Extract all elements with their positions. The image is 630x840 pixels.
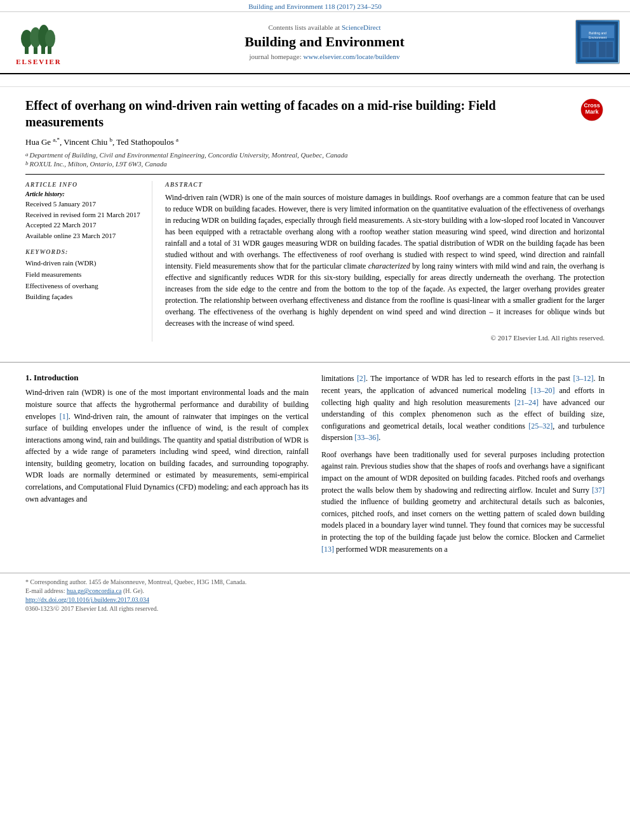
science-direct-link[interactable]: ScienceDirect bbox=[342, 23, 381, 31]
keyword-4: Building façades bbox=[25, 291, 143, 303]
intro-para-1: Wind-driven rain (WDR) is one of the mos… bbox=[25, 387, 309, 505]
author-chiu: Vincent Chiu b, bbox=[64, 137, 116, 147]
journal-main-title: Building and Environment bbox=[74, 34, 575, 50]
email-note: E-mail address: hua.ge@concordia.ca (H. … bbox=[25, 587, 605, 594]
journal-ref-bar: Building and Environment 118 (2017) 234–… bbox=[0, 0, 630, 12]
svg-text:Building and: Building and bbox=[589, 31, 607, 35]
intro-heading: 1. Introduction bbox=[25, 373, 309, 383]
available-date: Available online 23 March 2017 bbox=[25, 230, 143, 241]
copyright-line: © 2017 Elsevier Ltd. All rights reserved… bbox=[165, 334, 605, 342]
accepted-date: Accepted 22 March 2017 bbox=[25, 220, 143, 230]
article-content: Effect of overhang on wind-driven rain w… bbox=[0, 87, 630, 352]
svg-text:Mark: Mark bbox=[585, 109, 599, 115]
header-content: ELSEVIER Contents lists available at Sci… bbox=[0, 15, 630, 69]
ref-21-24-link[interactable]: [21–24] bbox=[514, 398, 539, 407]
elsevier-logo: ELSEVIER bbox=[10, 18, 67, 65]
history-label: Article history: bbox=[25, 190, 143, 197]
keywords-label: Keywords: bbox=[25, 248, 143, 255]
svg-point-6 bbox=[45, 30, 55, 48]
issn-line: 0360-1323/© 2017 Elsevier Ltd. All right… bbox=[25, 605, 605, 612]
elsevier-brand-text: ELSEVIER bbox=[16, 58, 62, 65]
ref-25-32-link[interactable]: [25–32] bbox=[528, 422, 553, 430]
svg-text:Cross: Cross bbox=[584, 102, 600, 109]
svg-rect-5 bbox=[41, 46, 45, 54]
crossmark: Cross Mark bbox=[579, 97, 605, 123]
ref-33-36-link[interactable]: [33–36] bbox=[354, 433, 379, 442]
ref-13-link[interactable]: [13] bbox=[321, 545, 334, 554]
journal-ref: Building and Environment 118 (2017) 234–… bbox=[248, 3, 382, 10]
body-left-column: 1. Introduction Wind-driven rain (WDR) i… bbox=[25, 373, 309, 560]
contents-line: Contents lists available at ScienceDirec… bbox=[74, 23, 575, 31]
journal-title-center: Contents lists available at ScienceDirec… bbox=[74, 23, 575, 60]
keyword-3: Effectiveness of overhang bbox=[25, 281, 143, 292]
body-right-column: limitations [2]. The importance of WDR h… bbox=[321, 373, 605, 560]
article-info-title: ARTICLE INFO bbox=[25, 181, 143, 188]
article-title-section: Effect of overhang on wind-driven rain w… bbox=[25, 97, 605, 130]
article-doi-bar bbox=[0, 74, 630, 87]
doi-line: http://dx.doi.org/10.1016/j.buildenv.201… bbox=[25, 596, 605, 603]
ref-37-link[interactable]: [37] bbox=[592, 486, 605, 495]
article-history: Article history: Received 5 January 2017… bbox=[25, 190, 143, 241]
body-content: 1. Introduction Wind-driven rain (WDR) i… bbox=[0, 373, 630, 573]
affiliation-a: a Department of Building, Civil and Envi… bbox=[25, 151, 605, 159]
keyword-1: Wind-driven rain (WDR) bbox=[25, 258, 143, 269]
author-ge: Hua Ge a,*, bbox=[25, 137, 64, 147]
crossmark-icon: Cross Mark bbox=[580, 98, 603, 121]
affiliation-b: b ROXUL Inc., Milton, Ontario, L9T 6W3, … bbox=[25, 160, 605, 168]
ref-2-link[interactable]: [2] bbox=[357, 374, 366, 383]
keywords-section: Keywords: Wind-driven rain (WDR) Field m… bbox=[25, 248, 143, 302]
svg-text:Environment: Environment bbox=[589, 36, 607, 39]
intro-para-2: limitations [2]. The importance of WDR h… bbox=[321, 373, 605, 444]
elsevier-tree-icon bbox=[20, 18, 58, 57]
journal-homepage: journal homepage: www.elsevier.com/locat… bbox=[74, 53, 575, 60]
article-info-column: ARTICLE INFO Article history: Received 5… bbox=[25, 181, 152, 342]
affiliation-b-sup: b bbox=[25, 160, 29, 168]
authors-line: Hua Ge a,*, Vincent Chiu b, Ted Stathopo… bbox=[25, 137, 605, 147]
email-link[interactable]: hua.ge@concordia.ca bbox=[67, 587, 121, 594]
homepage-link[interactable]: www.elsevier.com/locate/buildenv bbox=[303, 53, 399, 60]
journal-thumbnail: Building and Environment bbox=[575, 20, 620, 64]
keyword-2: Field measurements bbox=[25, 269, 143, 281]
article-info-abstract: ARTICLE INFO Article history: Received 5… bbox=[25, 174, 605, 342]
abstract-column: ABSTRACT Wind-driven rain (WDR) is one o… bbox=[165, 181, 605, 342]
affiliations: a Department of Building, Civil and Envi… bbox=[25, 151, 605, 168]
doi-link[interactable]: http://dx.doi.org/10.1016/j.buildenv.201… bbox=[25, 596, 149, 603]
corresponding-author-note: * Corresponding author. 1455 de Maisonne… bbox=[25, 578, 605, 585]
article-title: Effect of overhang on wind-driven rain w… bbox=[25, 97, 573, 130]
ref-3-12-link[interactable]: [3–12] bbox=[573, 374, 593, 383]
abstract-text: Wind-driven rain (WDR) is one of the mai… bbox=[165, 192, 605, 329]
svg-rect-7 bbox=[48, 46, 51, 54]
page-footer: * Corresponding author. 1455 de Maisonne… bbox=[0, 573, 630, 619]
author-stathopoulos: Ted Stathopoulos a bbox=[116, 137, 178, 147]
journal-header: Building and Environment 118 (2017) 234–… bbox=[0, 0, 630, 74]
revised-date: Received in revised form 21 March 2017 bbox=[25, 210, 143, 220]
ref-13-20-link[interactable]: [13–20] bbox=[531, 386, 555, 395]
intro-para-3: Roof overhangs have been traditionally u… bbox=[321, 449, 605, 555]
affiliation-a-sup: a bbox=[25, 151, 29, 159]
section-divider bbox=[0, 362, 630, 363]
received-date: Received 5 January 2017 bbox=[25, 199, 143, 210]
ref-1-link[interactable]: [1] bbox=[60, 412, 69, 421]
abstract-title: ABSTRACT bbox=[165, 181, 605, 188]
journal-cover-icon: Building and Environment bbox=[577, 22, 618, 62]
